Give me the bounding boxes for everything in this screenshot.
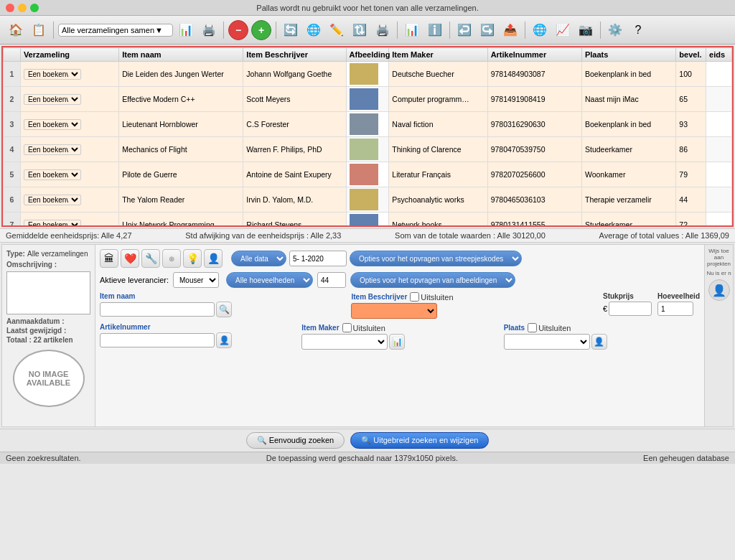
toolbar-icon-export[interactable]: 📤 — [500, 20, 520, 40]
uitsluiten-checkbox-1[interactable] — [410, 292, 419, 302]
table-row[interactable]: 1Een boekenverzamelingDie Leiden des Jun… — [4, 62, 732, 87]
icon-btn-person[interactable]: 👤 — [204, 249, 223, 268]
cell-eids — [706, 87, 732, 112]
col-header-num[interactable] — [4, 48, 21, 62]
col-header-bevel[interactable]: bevel. — [676, 48, 706, 62]
cell-data: 9782070256600 — [487, 162, 581, 187]
minimize-button[interactable] — [18, 4, 27, 12]
search-dropdown-icon[interactable]: ▼ — [155, 26, 163, 34]
toolbar-icon-globe[interactable]: 🌐 — [304, 20, 324, 40]
toolbar-icon-sync[interactable]: 🔄 — [281, 20, 301, 40]
col-header-itemnaam[interactable]: Item naam — [119, 48, 243, 62]
toolbar-icon-web[interactable]: 🌐 — [530, 20, 550, 40]
window-controls[interactable] — [6, 4, 39, 12]
plaats-select[interactable] — [504, 334, 590, 350]
hoeveelheden-num-input[interactable] — [317, 272, 346, 288]
col-header-plaats[interactable]: Plaats — [581, 48, 675, 62]
item-beschrijver-label: Item Beschrijver — [351, 293, 407, 301]
icon-btn-bulb[interactable]: 💡 — [183, 249, 202, 268]
remove-button[interactable]: − — [228, 20, 248, 40]
form-row-2: Artikelnummer 👤 Item Maker Uitsluiten 📊 — [100, 323, 700, 350]
toolbar-icon-edit[interactable]: ✏️ — [327, 20, 347, 40]
plaats-person-icon[interactable]: 👤 — [591, 334, 607, 350]
maximize-button[interactable] — [30, 4, 39, 12]
opties-afb-select[interactable]: Opties voor het opvragen van afbeeldinge… — [350, 272, 515, 288]
toolbar-icon-chart[interactable]: 📈 — [553, 20, 573, 40]
search-input[interactable] — [62, 26, 155, 34]
table-row[interactable]: 5Een boekenverzamelingPilote de GuerreAn… — [4, 162, 732, 187]
toolbar: 🏠 📋 ▼ 📊 🖨️ − + 🔄 🌐 ✏️ 🔃 🖨️ 📊 ℹ️ ↩️ ↪️ 📤 … — [0, 16, 735, 45]
table-row[interactable]: 7Een boekenverzamelingUnix Network Progr… — [4, 213, 732, 226]
verzameling-select[interactable]: Een boekenverzameling — [24, 119, 81, 130]
toolbar-icon-home[interactable]: 🏠 — [6, 20, 26, 40]
all-data-select[interactable]: Alle data — [231, 251, 286, 266]
hoeveelheid-input[interactable] — [657, 302, 693, 316]
uitsluiten-checkbox-3[interactable] — [528, 323, 537, 332]
omschrijving-input[interactable] — [6, 271, 90, 314]
icon-btn-building[interactable]: 🏛 — [100, 249, 118, 268]
verzameling-select[interactable]: Een boekenverzameling — [24, 220, 81, 226]
artikelnummer-input[interactable] — [100, 333, 215, 347]
item-beschrijver-select[interactable] — [351, 303, 437, 319]
toolbar-icon-print2[interactable]: 🖨️ — [373, 20, 393, 40]
uitsluiten-check-3[interactable]: Uitsluiten — [528, 323, 571, 332]
toolbar-icon-list[interactable]: 📋 — [29, 20, 49, 40]
hoeveelheden-select[interactable]: Alle hoeveelheden — [226, 272, 313, 288]
verzameling-select[interactable]: Een boekenverzameling — [24, 94, 81, 105]
col-header-itembeschrijver[interactable]: Item Beschrijver — [243, 48, 346, 62]
eenvoudig-zoeken-button[interactable]: 🔍 Eenvoudig zoeken — [246, 432, 345, 449]
add-button[interactable]: + — [251, 20, 271, 40]
verzameling-select[interactable]: Een boekenverzameling — [24, 195, 81, 205]
type-label-container: Type: Alle verzamelingen — [6, 249, 90, 258]
uitsluiten-checkbox-2[interactable] — [342, 323, 352, 332]
table-row[interactable]: 2Een boekenverzamelingEffective Modern C… — [4, 87, 732, 112]
uitsluiten-check-2[interactable]: Uitsluiten — [342, 323, 385, 332]
stukprijs-input[interactable] — [609, 302, 652, 316]
item-maker-select[interactable] — [301, 334, 388, 350]
cell-eids — [706, 112, 732, 137]
toolbar-icon-print[interactable]: 🖨️ — [199, 20, 219, 40]
item-maker-chart-icon[interactable]: 📊 — [389, 334, 405, 350]
col-header-artikelnummer[interactable]: Artikelnummer — [487, 48, 581, 62]
cell-verzameling: Een boekenverzameling — [20, 213, 118, 226]
toolbar-icon-help[interactable]: ? — [628, 20, 648, 40]
toolbar-icon-camera[interactable]: 📷 — [576, 20, 596, 40]
icon-btn-circle[interactable]: ⊕ — [162, 249, 181, 268]
leverancier-select[interactable]: Mouser — [173, 272, 219, 288]
leverancier-label: Aktieve leverancier: — [100, 276, 169, 284]
toolbar-icon-view[interactable]: 📊 — [176, 20, 196, 40]
icon-btn-tools[interactable]: 🔧 — [141, 249, 160, 268]
opties-streep-select[interactable]: Opties voor het opvragen van streepjesko… — [350, 251, 522, 266]
toolbar-icon-undo[interactable]: ↩️ — [454, 20, 474, 40]
table-row[interactable]: 4Een boekenverzamelingMechanics of Fligh… — [4, 137, 732, 162]
table-scroll[interactable]: Verzameling Item naam Item Beschrijver A… — [3, 47, 732, 225]
verzameling-select[interactable]: Een boekenverzameling — [24, 69, 81, 80]
verzameling-select[interactable]: Een boekenverzameling — [24, 144, 81, 155]
close-button[interactable] — [6, 4, 14, 12]
toolbar-icon-info[interactable]: ℹ️ — [425, 20, 445, 40]
uitsluiten-check-1[interactable]: Uitsluiten — [410, 292, 453, 302]
cell-data: Psychoanalytic works — [389, 187, 487, 213]
col-header-itemmaker[interactable]: Item Maker — [389, 48, 487, 62]
icon-btn-heart[interactable]: ❤️ — [121, 249, 139, 268]
toolbar-icon-redo[interactable]: ↪️ — [477, 20, 497, 40]
toolbar-icon-settings[interactable]: ⚙️ — [605, 20, 625, 40]
cell-data: Literatur Français — [389, 162, 487, 187]
stukprijs-label: Stukprijs — [603, 292, 652, 300]
toolbar-separator-2 — [223, 22, 224, 39]
cell-data: Pilote de Guerre — [119, 162, 243, 187]
item-naam-input[interactable] — [100, 302, 215, 317]
col-header-verzameling[interactable]: Verzameling — [20, 48, 118, 62]
toolbar-icon-refresh[interactable]: 🔃 — [350, 20, 370, 40]
col-header-eids[interactable]: eids — [706, 48, 732, 62]
date-input[interactable] — [289, 251, 347, 266]
uitgebreid-zoeken-button[interactable]: 🔍 Uitgebreid zoeken en wijzigen — [350, 432, 489, 449]
toolbar-search-box[interactable]: ▼ — [58, 24, 173, 37]
artikelnummer-person-icon[interactable]: 👤 — [216, 332, 232, 348]
col-header-afbeelding[interactable]: Afbeelding — [346, 48, 389, 62]
verzameling-select[interactable]: Een boekenverzameling — [24, 169, 81, 180]
item-naam-search-icon[interactable]: 🔍 — [216, 302, 232, 317]
table-row[interactable]: 6Een boekenverzamelingThe Yalom ReaderIr… — [4, 187, 732, 213]
table-row[interactable]: 3Een boekenverzamelingLieutenant Hornblo… — [4, 112, 732, 137]
toolbar-icon-table[interactable]: 📊 — [402, 20, 422, 40]
